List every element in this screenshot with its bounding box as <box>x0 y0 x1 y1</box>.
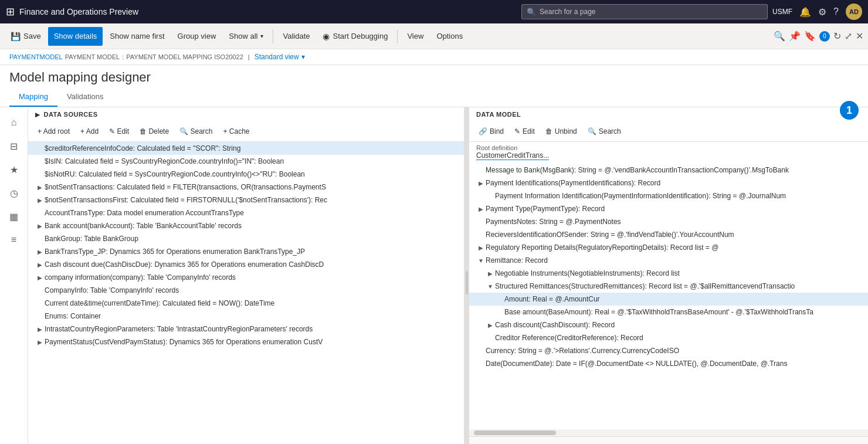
unbind-button[interactable]: 🗑 Unbind <box>541 124 582 139</box>
tree-item[interactable]: ▶ PaymentStatus(CustVendPaymStatus): Dyn… <box>28 335 464 348</box>
sidebar-home-icon[interactable]: ⌂ <box>4 112 25 133</box>
tree-item[interactable]: ▶ $notSentTransactions: Calculated field… <box>28 181 464 194</box>
tree-expand-icon: ▶ <box>486 269 495 278</box>
toolbar-refresh-icon[interactable]: ↻ <box>833 30 841 42</box>
dm-tree-item[interactable]: ▶ Cash discount(CashDiscount): Record <box>469 318 868 331</box>
tree-item[interactable]: Current date&time(currentDateTime): Calc… <box>28 297 464 310</box>
tree-item[interactable]: $creditorReferenceInfoCode: Calculated f… <box>28 142 464 155</box>
tree-item[interactable]: AccountTransType: Data model enumeration… <box>28 206 464 219</box>
settings-icon[interactable]: ⚙ <box>818 6 826 18</box>
tree-item[interactable]: CompanyInfo: Table 'CompanyInfo' records <box>28 284 464 297</box>
tree-expand-icon: ▶ <box>35 273 45 282</box>
tree-item[interactable]: $isNotRU: Calculated field = SysCountryR… <box>28 168 464 181</box>
sidebar-grid-icon[interactable]: ▦ <box>4 206 25 227</box>
dm-tree-item[interactable]: ▶ Regulatory Reporting Details(Regulator… <box>469 241 868 254</box>
data-model-horizontal-scroll[interactable] <box>469 429 868 436</box>
dm-tree-item[interactable]: Message to Bank(MsgBank): String = @.'ve… <box>469 164 868 177</box>
sidebar-clock-icon[interactable]: ◷ <box>4 182 25 204</box>
tree-expand-icon <box>476 217 486 226</box>
toolbar-expand-icon[interactable]: ⤢ <box>845 30 852 42</box>
toolbar-pin-icon[interactable]: 📌 <box>789 30 801 42</box>
tree-expand-icon <box>35 157 45 166</box>
dm-tree-item[interactable]: RecieversIdentificationOfSender: String … <box>469 228 868 241</box>
dm-tree-item[interactable]: ▶ Payment Type(PaymentType): Record <box>469 202 868 215</box>
dm-tree-item[interactable]: Payment Information Identification(Payme… <box>469 189 868 202</box>
show-details-button[interactable]: Show details <box>48 27 103 46</box>
dm-tree-item[interactable]: PaymentsNotes: String = @.PaymentNotes <box>469 215 868 228</box>
tree-item[interactable]: ▶ Bank account(bankAccount): Table 'Bank… <box>28 219 464 232</box>
sidebar-filter-icon[interactable]: ⊟ <box>4 135 25 157</box>
left-panel-data-sources: ▶ DATA SOURCES + Add root + Add ✎ Edit 🗑… <box>28 107 464 444</box>
dm-tree-item[interactable]: Base amount(BaseAmount): Real = @.'$TaxW… <box>469 306 868 318</box>
tree-expand-icon: ▶ <box>35 247 45 256</box>
toolbar-search-icon[interactable]: 🔍 <box>774 30 785 42</box>
dm-tree-item-amount[interactable]: Amount: Real = @.AmountCur <box>469 293 868 306</box>
tree-item[interactable]: ▶ Cash discount due(CashDiscDue): Dynami… <box>28 258 464 271</box>
sidebar-list-icon[interactable]: ≡ <box>4 229 25 250</box>
top-nav-right: USMF 🔔 ⚙ ? AD <box>772 4 862 20</box>
step-badge: 1 <box>840 101 859 120</box>
user-avatar[interactable]: AD <box>846 4 862 20</box>
options-button[interactable]: Options <box>430 27 469 46</box>
data-sources-title: DATA SOURCES <box>44 111 98 118</box>
tree-item[interactable]: $IsIN: Calculated field = SysCountryRegi… <box>28 155 464 168</box>
search-button[interactable]: 🔍 Search <box>175 124 217 139</box>
show-all-button[interactable]: Show all ▾ <box>223 27 269 46</box>
dm-tree-item[interactable]: ▼ Remittance: Record <box>469 254 868 267</box>
delete-button[interactable]: 🗑 Delete <box>135 124 174 139</box>
data-sources-expand-icon[interactable]: ▶ <box>35 111 40 118</box>
nav-grid-icon[interactable]: ⊞ <box>6 5 15 18</box>
edit-button[interactable]: ✎ Edit <box>104 124 134 139</box>
tab-validations[interactable]: Validations <box>57 87 113 107</box>
tree-expand-icon <box>35 311 45 321</box>
dm-tree-item[interactable]: ▶ Negotiable Instruments(NegotiableInstr… <box>469 267 868 280</box>
group-view-button[interactable]: Group view <box>172 27 222 46</box>
dm-tree-item[interactable]: Creditor Reference(CreditorReference): R… <box>469 331 868 344</box>
tree-expand-icon: ▶ <box>486 320 495 330</box>
notification-icon[interactable]: 🔔 <box>799 6 811 18</box>
tree-item[interactable]: ▶ company information(company): Table 'C… <box>28 271 464 284</box>
validate-button[interactable]: Validate <box>277 27 316 46</box>
dm-tree-item[interactable]: ▼ Structured Remittances(StructuredRemit… <box>469 280 868 293</box>
help-icon[interactable]: ? <box>833 6 839 17</box>
panels: ▶ DATA SOURCES + Add root + Add ✎ Edit 🗑… <box>28 107 868 444</box>
toolbar-close-icon[interactable]: ✕ <box>856 30 863 42</box>
tree-item[interactable]: BankGroup: Table BankGroup <box>28 232 464 245</box>
start-debugging-button[interactable]: ◉ Start Debugging <box>317 27 394 46</box>
dm-edit-button[interactable]: ✎ Edit <box>510 124 540 139</box>
tree-expand-icon <box>476 230 486 239</box>
dm-search-icon: 🔍 <box>588 127 596 135</box>
save-button[interactable]: 💾 Save <box>5 27 47 46</box>
dm-tree-item[interactable]: Currency: String = @.'>Relations'.Curren… <box>469 344 868 357</box>
tree-item[interactable]: ▶ BankTransType_JP: Dynamics 365 for Ope… <box>28 245 464 258</box>
panel-splitter[interactable] <box>464 107 469 444</box>
dm-tree-item[interactable]: ▶ Payment Identifications(PaymentIdentif… <box>469 177 868 189</box>
group-view-label: Group view <box>178 32 216 40</box>
show-name-first-button[interactable]: Show name first <box>104 27 170 46</box>
tree-item[interactable]: Enums: Container <box>28 310 464 323</box>
add-button[interactable]: + Add <box>76 124 103 139</box>
tree-expand-icon <box>35 144 45 153</box>
bind-button[interactable]: 🔗 Bind <box>474 124 508 139</box>
tree-item[interactable]: ▶ IntrastatCountryRegionParameters: Tabl… <box>28 323 464 335</box>
show-name-first-label: Show name first <box>110 32 164 40</box>
add-root-button[interactable]: + Add root <box>33 124 74 139</box>
tab-bar: Mapping Validations <box>0 87 868 107</box>
sidebar-star-icon[interactable]: ★ <box>4 159 25 180</box>
dm-search-button[interactable]: 🔍 Search <box>583 124 626 139</box>
view-selector[interactable]: Standard view ▾ <box>255 53 305 61</box>
data-sources-header: ▶ DATA SOURCES <box>28 107 464 121</box>
root-definition-label: Root definition <box>476 144 861 151</box>
toolbar-bookmark-icon[interactable]: 🔖 <box>804 30 816 42</box>
content-area: ▶ DATA SOURCES + Add root + Add ✎ Edit 🗑… <box>28 107 868 444</box>
view-button[interactable]: View <box>401 27 429 46</box>
dm-tree-item[interactable]: Date(DocumentDate): Date = IF(@.Document… <box>469 357 868 370</box>
search-bar[interactable]: 🔍 Search for a page <box>521 4 768 19</box>
tab-mapping[interactable]: Mapping <box>9 87 57 107</box>
breadcrumb-part1: PAYMENTMODEL <box>9 53 63 60</box>
tree-expand-icon <box>35 170 45 179</box>
page-title: Model mapping designer <box>9 70 859 85</box>
main-toolbar: 💾 Save Show details Show name first Grou… <box>0 23 868 49</box>
tree-item[interactable]: ▶ $notSentTransactionsFirst: Calculated … <box>28 194 464 206</box>
cache-button[interactable]: + Cache <box>218 124 254 139</box>
